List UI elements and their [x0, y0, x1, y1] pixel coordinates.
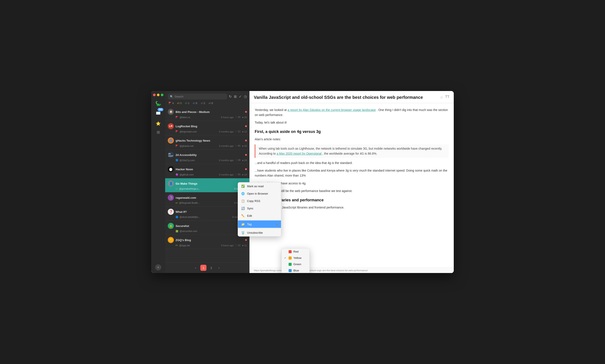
article-paragraph-2: Today, let's talk about it! — [255, 120, 449, 125]
context-unsubscribe[interactable]: 🗑️ Unsubscribe — [238, 229, 281, 236]
unread-indicator — [245, 239, 247, 241]
search-box[interactable]: 🔍 Search — [168, 94, 227, 100]
prev-page-button[interactable]: ‹ — [192, 265, 199, 271]
feed-counts: ♢ 20 ● 20 — [235, 116, 247, 118]
feed-url: @xkcd (whatif@x... — [179, 216, 231, 218]
article-paragraph-1: Yesterday, we looked at a report by Alan… — [255, 107, 449, 117]
feed-item[interactable]: 🔒 Securelist 🟩 @securelist.com — [165, 221, 249, 235]
context-open-in-browser[interactable]: 🌐 Open in Browser — [238, 190, 281, 197]
context-separator — [238, 220, 281, 220]
starred-icon[interactable]: ⭐ — [154, 120, 162, 128]
filter-tags: 🚩 4 🏷 3 🏷 1 🏷 0 🏷 2 🏷 0 — [165, 101, 249, 107]
filter-tag-grey-count: 0 — [212, 102, 213, 104]
feed-item[interactable]: 🌀 gHacks Technology News 🚩 @ghacks.net 6… — [165, 135, 249, 150]
globe-icon: 🌐 — [241, 192, 245, 195]
search-placeholder: Search — [175, 95, 183, 98]
copy-icon: 📋 — [241, 199, 245, 203]
context-edit[interactable]: ✏️ Edit — [238, 212, 281, 219]
unread-indicator — [245, 111, 247, 113]
header-icons: ↻ ⊞ ✓ ◷ — [229, 94, 247, 99]
feed-url: @ghacks.net — [179, 145, 218, 147]
search-icon: 🔍 — [170, 95, 173, 98]
context-item-label: Sync — [247, 207, 278, 210]
history-icon[interactable]: ◷ — [244, 94, 247, 99]
feed-item[interactable]: 🐶 Bits and Pieces - Medium 🚩 @bitsrc.io … — [165, 107, 249, 121]
feed-name: Go Make Things — [175, 182, 243, 185]
feed-counts: ♢ 20 ● 19 — [235, 173, 247, 176]
notification-badge-wrap: ✉️ 295 — [154, 109, 162, 118]
filter-tag-purple[interactable]: 🏷 2 — [200, 101, 206, 105]
context-item-label: Mark as read — [247, 185, 278, 188]
tag-item-yellow[interactable]: ✓ Yellow — [282, 255, 309, 261]
feed-item[interactable]: 😐 ZGQ's Blog 🏷 @izgq.net 3 hours ago ♢ 1… — [165, 235, 249, 249]
app-logo: 🦕 — [154, 100, 162, 107]
tag-item-blue[interactable]: ✓ Blue — [282, 267, 309, 273]
feed-item[interactable]: ⬤ Hacker Noon 🟣 @github.com 6 months ago… — [165, 164, 249, 178]
feed-name: Bits and Pieces - Medium — [175, 110, 243, 114]
filter-tag-green[interactable]: 🏷 1 — [184, 101, 191, 105]
tag-label-red: Red — [293, 250, 299, 253]
feed-flag: 🏷 — [175, 244, 178, 247]
article-paragraph-7: ...I think 3g should still be the web pe… — [255, 189, 449, 194]
article-link-1[interactable]: a report by Alan Dávalos on the current … — [287, 108, 376, 112]
feed-name: LogRocket Blog — [175, 125, 243, 128]
tag-label-blue: Blue — [293, 269, 299, 272]
feed-url: @securelist.com — [179, 230, 247, 232]
context-copy-rss[interactable]: 📋 Copy RSS — [238, 197, 281, 205]
minimize-button[interactable] — [157, 94, 160, 96]
article-footer-url: https://gomakethings.com/vanilla-javascr… — [254, 269, 368, 272]
filter-tag-blue[interactable]: 🏷 0 — [191, 101, 198, 105]
feed-item[interactable]: 24A11Y 24 Accessibility 🟦 @24a11y.com 6 … — [165, 150, 249, 164]
feed-list: 🐶 Bits and Pieces - Medium 🚩 @bitsrc.io … — [165, 107, 249, 262]
article-paragraph-4: ...and a handful of readers push back on… — [255, 160, 449, 166]
page-number-2[interactable]: 2 — [208, 265, 214, 271]
sync-icon: 🔄 — [241, 206, 245, 210]
unread-indicator — [245, 168, 247, 170]
maximize-button[interactable] — [161, 94, 163, 96]
tag-color-red — [289, 250, 292, 253]
feed-name: 24 Accessibility — [175, 153, 243, 156]
edit-icon: ✏️ — [241, 214, 245, 218]
grid-icon[interactable]: ⊞ — [154, 128, 162, 136]
feed-item[interactable]: ❓ What If? 🟦 @xkcd (whatif@x... 6 months… — [165, 207, 249, 221]
feed-name: raganwald.com — [175, 196, 247, 199]
feed-item[interactable]: 📓 raganwald.com 🏷 @Reginald Braith... 6 … — [165, 193, 249, 207]
context-mark-as-read[interactable]: ✅ Mark as read — [238, 182, 281, 190]
article-actions: ☆ TT — [440, 94, 449, 100]
grid-view-icon[interactable]: ⊞ — [234, 94, 237, 99]
next-page-button[interactable]: › — [216, 265, 222, 271]
tag-item-green[interactable]: ✓ Green — [282, 261, 309, 267]
article-paragraph-3: Alan's article notes: — [255, 137, 449, 142]
feed-item-active[interactable]: 👤 Go Make Things 🏷 @gomakethings.c... 6 … — [165, 178, 249, 193]
article-heading-1: First, a quick aside on 4g versus 3g — [255, 129, 449, 135]
feed-time: 6 months ago — [219, 130, 234, 133]
trash-icon: 🗑️ — [241, 231, 245, 234]
filter-tag-red[interactable]: 🚩 4 — [167, 101, 175, 105]
feed-time: 6 months ago — [219, 159, 234, 162]
add-feed-button[interactable]: + — [155, 264, 161, 270]
feed-item[interactable]: LR LogRocket Blog 🚩 @logrocket.com 6 mon… — [165, 121, 249, 135]
font-size-button[interactable]: TT — [445, 95, 449, 100]
filter-tag-yellow[interactable]: 🏷 3 — [176, 101, 183, 105]
star-article-button[interactable]: ☆ — [440, 95, 443, 100]
feed-panel: 🔍 Search ↻ ⊞ ✓ ◷ 🚩 4 🏷 3 🏷 1 — [165, 91, 249, 273]
mark-all-read-icon[interactable]: ✓ — [239, 94, 242, 99]
feed-flag: 🟣 — [175, 173, 178, 176]
tag-item-red[interactable]: ✓ Red — [282, 248, 309, 255]
filter-tag-grey[interactable]: 🏷 0 — [207, 101, 214, 105]
article-panel: Vanilla JavaScript and old-school SSGs a… — [249, 91, 454, 273]
context-sync[interactable]: 🔄 Sync — [238, 205, 281, 212]
context-item-label: Edit — [247, 214, 278, 217]
current-page-button[interactable]: 1 — [200, 265, 206, 271]
context-tag[interactable]: 📁 Tag ▶ ✓ Red ✓ Yellow ✓ Green — [238, 221, 281, 228]
avatar: 🌀 — [168, 137, 174, 143]
window-controls — [153, 94, 163, 96]
refresh-icon[interactable]: ↻ — [229, 94, 232, 99]
close-button[interactable] — [153, 94, 156, 96]
filter-tag-green-count: 1 — [188, 102, 189, 104]
tag-submenu: ✓ Red ✓ Yellow ✓ Green ✓ Blue — [282, 248, 310, 273]
avatar: 🐶 — [168, 109, 174, 115]
avatar: ⬤ — [168, 166, 174, 172]
article-blockquote-link[interactable]: a May 2020 report by Opensignal — [277, 152, 322, 155]
article-toolbar: Vanilla JavaScript and old-school SSGs a… — [249, 91, 454, 103]
